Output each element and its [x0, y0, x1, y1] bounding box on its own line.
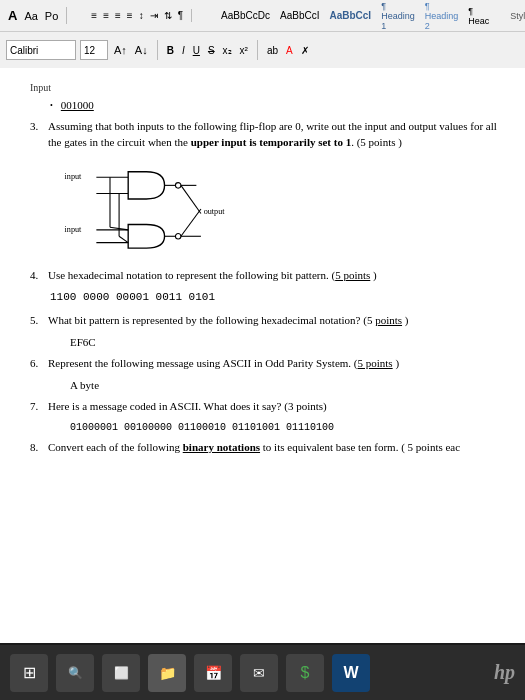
q6-text: Represent the following message using AS… — [48, 355, 505, 372]
q4-text-end: ) — [370, 269, 376, 281]
q4-num: 4. — [30, 267, 48, 284]
font-color-button[interactable]: A — [284, 44, 295, 57]
circuit-diagram: input input — [60, 159, 505, 259]
bullet-item-1: • 001000 — [50, 97, 505, 114]
q7-text: Here is a message coded in ASCII. What d… — [48, 398, 505, 415]
q6-text-end: ) — [393, 357, 399, 369]
q7-num: 7. — [30, 398, 48, 415]
bullet-text: 001000 — [61, 97, 94, 114]
q4-bits: 1100 0000 00001 0011 0101 — [50, 289, 505, 306]
divider5 — [257, 40, 258, 60]
highlight-button[interactable]: ab — [265, 44, 280, 57]
hp-logo: hp — [494, 661, 515, 684]
line-spacing-button[interactable]: ↕ — [137, 9, 146, 22]
q5-text: What bit pattern is represented by the f… — [48, 312, 505, 329]
q3-text-end: . (5 points ) — [351, 136, 402, 148]
q5-code: EF6C — [70, 334, 505, 351]
circuit-input2-label: input — [65, 224, 83, 233]
q5-text-part1: What bit pattern is represented by the f… — [48, 314, 375, 326]
indent-button[interactable]: ⇥ — [148, 9, 160, 22]
font-po-button[interactable]: Po — [43, 9, 60, 23]
q5-points: points — [375, 314, 402, 326]
svg-point-3 — [175, 182, 180, 187]
windows-start-button[interactable]: ⊞ — [10, 654, 48, 692]
bold-button[interactable]: B — [165, 44, 176, 57]
style-heading1-label[interactable]: ¶ Heading 1 — [378, 0, 418, 33]
question-5: 5. What bit pattern is represented by th… — [30, 312, 505, 329]
q5-num: 5. — [30, 312, 48, 329]
q4-text: Use hexadecimal notation to represent th… — [48, 267, 505, 284]
q8-text: Convert each of the following binary not… — [48, 439, 505, 456]
search-button[interactable]: 🔍 — [56, 654, 94, 692]
toolbar-top: A Aa Po ≡ ≡ ≡ ≡ ↕ ⇥ ⇅ ¶ AaBbCcDc AaBbCcI… — [0, 0, 525, 32]
mail-button[interactable]: ✉ — [240, 654, 278, 692]
style-nospacing[interactable]: AaBbCcI — [277, 8, 322, 23]
mail-icon: ✉ — [253, 665, 265, 681]
font-group: A Aa Po — [6, 7, 67, 24]
q4-text-part1: Use hexadecimal notation to represent th… — [48, 269, 335, 281]
underline-button[interactable]: U — [191, 44, 202, 57]
toolbar-bottom: A↑ A↓ B I U S x₂ x² ab A ✗ Paragraph — [0, 32, 525, 68]
input-label: Input — [30, 80, 505, 95]
q3-num: 3. — [30, 118, 48, 151]
font-name-input[interactable] — [6, 40, 76, 60]
dollar-icon: $ — [301, 664, 310, 682]
q6-text-part1: Represent the following message using AS… — [48, 357, 358, 369]
search-taskbar-icon: 🔍 — [68, 666, 83, 680]
align-left-button[interactable]: ≡ — [89, 9, 99, 22]
font-size-input[interactable] — [80, 40, 108, 60]
font-aa-button[interactable]: Aa — [22, 9, 39, 23]
clear-format-button[interactable]: ✗ — [299, 44, 311, 57]
q4-points: 5 points — [335, 269, 370, 281]
styles-group: AaBbCcDc AaBbCcI AaBbCcI ¶ Heading 1 ¶ H… — [218, 0, 492, 33]
styles-label: Styles — [510, 11, 525, 21]
style-heading-alt[interactable]: ¶ Heac — [465, 4, 492, 28]
strikethrough-button[interactable]: S — [206, 44, 217, 57]
subscript-button[interactable]: x₂ — [221, 44, 234, 57]
font-a-button[interactable]: A — [6, 7, 19, 24]
pilcrow-button[interactable]: ¶ — [176, 9, 185, 22]
sort-button[interactable]: ⇅ — [162, 9, 174, 22]
q8-text-part1: Convert each of the following — [48, 441, 183, 453]
shrink-font-button[interactable]: A↓ — [133, 43, 150, 57]
file-icon: 📁 — [159, 665, 176, 681]
circuit-input1-label: input — [65, 172, 83, 181]
windows-icon: ⊞ — [23, 663, 36, 682]
circuit-output-label: output — [204, 206, 226, 215]
word-button[interactable]: W — [332, 654, 370, 692]
calendar-icon: 📅 — [205, 665, 222, 681]
task-view-button[interactable]: ⬜ — [102, 654, 140, 692]
italic-button[interactable]: I — [180, 44, 187, 57]
style-normal[interactable]: AaBbCcDc — [218, 8, 273, 23]
question-7: 7. Here is a message coded in ASCII. Wha… — [30, 398, 505, 415]
align-center-button[interactable]: ≡ — [101, 9, 111, 22]
q8-text-end: to its equivalent base ten form. ( 5 poi… — [260, 441, 460, 453]
superscript-button[interactable]: x² — [238, 44, 250, 57]
style-heading2-label[interactable]: ¶ Heading 2 — [422, 0, 462, 33]
dollar-button[interactable]: $ — [286, 654, 324, 692]
q5-text-end: ) — [402, 314, 408, 326]
task-view-icon: ⬜ — [114, 666, 129, 680]
q3-text: Assuming that both inputs to the followi… — [48, 118, 505, 151]
q6-num: 6. — [30, 355, 48, 372]
style-heading1-sample[interactable]: AaBbCcI — [326, 8, 374, 23]
document-area: Input • 001000 3. Assuming that both inp… — [0, 68, 525, 643]
q6-message: A byte — [70, 377, 505, 394]
taskbar: ⊞ 🔍 ⬜ 📁 📅 ✉ $ W hp — [0, 645, 525, 700]
justify-button[interactable]: ≡ — [125, 9, 135, 22]
bullet-dot: • — [50, 100, 53, 112]
q7-code: 01000001 00100000 01100010 01101001 0111… — [70, 420, 505, 435]
question-3: 3. Assuming that both inputs to the foll… — [30, 118, 505, 151]
word-icon: W — [343, 664, 358, 682]
question-8: 8. Convert each of the following binary … — [30, 439, 505, 456]
q3-bold-text: upper input is temporarily set to 1 — [191, 136, 352, 148]
grow-font-button[interactable]: A↑ — [112, 43, 129, 57]
q6-points: 5 points — [358, 357, 393, 369]
question-4: 4. Use hexadecimal notation to represent… — [30, 267, 505, 284]
divider4 — [157, 40, 158, 60]
circuit-svg: input input — [60, 159, 260, 259]
file-manager-button[interactable]: 📁 — [148, 654, 186, 692]
align-right-button[interactable]: ≡ — [113, 9, 123, 22]
svg-line-13 — [119, 236, 128, 242]
calendar-button[interactable]: 📅 — [194, 654, 232, 692]
